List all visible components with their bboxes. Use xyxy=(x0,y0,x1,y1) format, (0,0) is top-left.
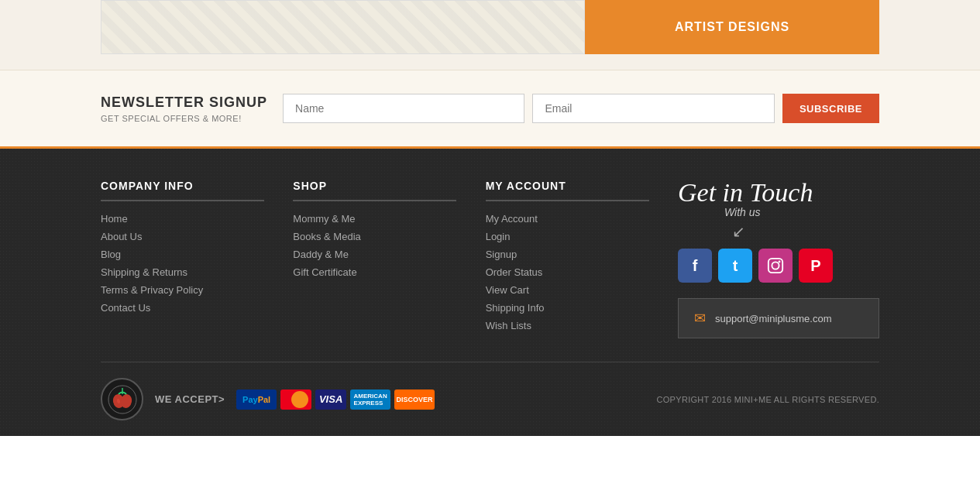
footer: COMPANY INFO Home About Us Blog Shipping… xyxy=(0,149,980,436)
link-signup[interactable]: Signup xyxy=(486,249,678,260)
discover-icon: DISCOVER xyxy=(394,389,435,410)
name-input[interactable] xyxy=(283,94,524,123)
artist-designs-text: ARTIST DESIGNS xyxy=(675,20,789,34)
link-contact-us[interactable]: Contact Us xyxy=(101,302,293,314)
link-mommy-me[interactable]: Mommy & Me xyxy=(293,213,485,225)
instagram-icon[interactable] xyxy=(758,249,793,283)
svg-rect-0 xyxy=(769,259,782,273)
newsletter-inputs: SUBSCRIBE xyxy=(283,94,879,123)
newsletter-section: NEWSLETTER SIGNUP GET SPECIAL OFFERS & M… xyxy=(0,70,980,149)
email-icon: ✉ xyxy=(694,310,706,327)
get-in-touch-text: Get in Touch xyxy=(678,178,813,207)
link-gift-certificate[interactable]: Gift Certificate xyxy=(293,266,485,278)
email-input[interactable] xyxy=(532,94,774,123)
with-us-text: With us xyxy=(724,206,761,218)
newsletter-title: NEWSLETTER SIGNUP xyxy=(101,94,267,111)
newsletter-subtitle: GET SPECIAL OFFERS & MORE! xyxy=(101,114,267,123)
link-view-cart[interactable]: View Cart xyxy=(486,284,678,296)
email-text: support@miniplusme.com xyxy=(715,313,831,324)
subscribe-button[interactable]: SUBSCRIBE xyxy=(782,94,879,123)
svg-point-2 xyxy=(779,261,781,263)
company-info-col: COMPANY INFO Home About Us Blog Shipping… xyxy=(101,180,293,338)
mastercard-icon xyxy=(280,389,311,410)
twitter-icon[interactable]: t xyxy=(718,249,752,283)
link-shipping-returns[interactable]: Shipping & Returns xyxy=(101,266,293,278)
my-account-col: MY ACCOUNT My Account Login Signup Order… xyxy=(486,180,678,338)
email-box: ✉ support@miniplusme.com xyxy=(678,298,879,338)
copyright-text: COPYRIGHT 2016 MINI+ME ALL RIGHTS RESERV… xyxy=(657,395,879,404)
logo xyxy=(101,378,143,420)
link-books-media[interactable]: Books & Media xyxy=(293,231,485,242)
link-terms-privacy[interactable]: Terms & Privacy Policy xyxy=(101,284,293,296)
pinterest-icon[interactable]: P xyxy=(799,249,833,283)
artist-designs-banner[interactable]: ARTIST DESIGNS xyxy=(585,0,879,54)
paypal-icon: PayPal xyxy=(236,389,277,410)
company-info-divider xyxy=(101,200,264,201)
link-home[interactable]: Home xyxy=(101,213,293,225)
payment-icons: PayPal VISA AMERICAN EXPRESS DISCOVER xyxy=(236,389,435,410)
link-daddy-me[interactable]: Daddy & Me xyxy=(293,249,485,260)
shop-title: SHOP xyxy=(293,180,485,192)
footer-columns: COMPANY INFO Home About Us Blog Shipping… xyxy=(101,180,879,338)
visa-icon: VISA xyxy=(315,389,346,410)
footer-bottom-left: WE ACCEPT> PayPal VISA AMERICAN EXPRESS … xyxy=(101,378,435,420)
we-accept-text: WE ACCEPT> xyxy=(155,393,225,405)
shop-col: SHOP Mommy & Me Books & Media Daddy & Me… xyxy=(293,180,485,338)
facebook-icon[interactable]: f xyxy=(678,249,712,283)
my-account-divider xyxy=(486,200,649,201)
top-banners: ARTIST DESIGNS xyxy=(0,0,980,70)
my-account-title: MY ACCOUNT xyxy=(486,180,678,192)
shop-divider xyxy=(293,200,456,201)
link-blog[interactable]: Blog xyxy=(101,249,293,260)
link-my-account[interactable]: My Account xyxy=(486,213,678,225)
social-col: Get in Touch With us ↙ f t P ✉ support@m… xyxy=(678,180,879,338)
newsletter-text: NEWSLETTER SIGNUP GET SPECIAL OFFERS & M… xyxy=(101,94,267,123)
link-wish-lists[interactable]: Wish Lists xyxy=(486,320,678,331)
footer-bottom: WE ACCEPT> PayPal VISA AMERICAN EXPRESS … xyxy=(101,362,879,420)
link-about-us[interactable]: About Us xyxy=(101,231,293,242)
link-order-status[interactable]: Order Status xyxy=(486,266,678,278)
svg-point-1 xyxy=(772,262,779,269)
company-info-title: COMPANY INFO xyxy=(101,180,293,192)
social-icons: f t P xyxy=(678,249,833,283)
amex-icon: AMERICAN EXPRESS xyxy=(350,389,390,410)
link-login[interactable]: Login xyxy=(486,231,678,242)
left-banner xyxy=(101,0,585,54)
link-shipping-info[interactable]: Shipping Info xyxy=(486,302,678,314)
arrow-decoration: ↙ xyxy=(732,222,745,241)
